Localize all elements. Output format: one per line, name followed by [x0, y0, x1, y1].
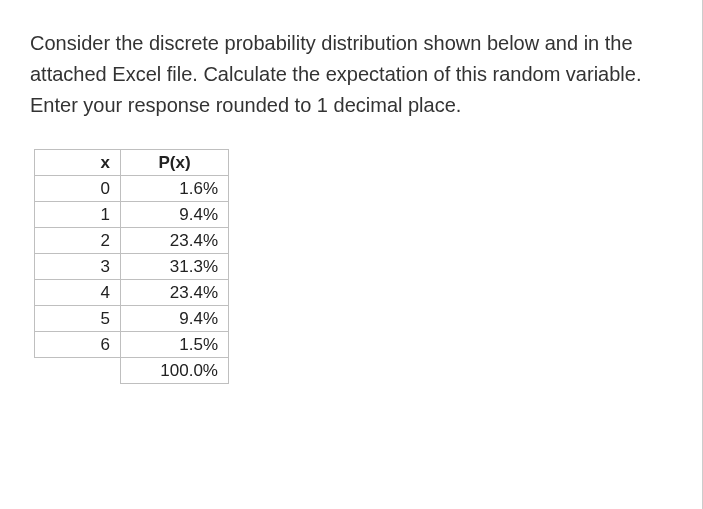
column-header-px: P(x) — [121, 150, 229, 176]
cell-x: 6 — [35, 332, 121, 358]
table-header-row: x P(x) — [35, 150, 229, 176]
column-header-x: x — [35, 150, 121, 176]
cell-px: 23.4% — [121, 280, 229, 306]
cell-x: 2 — [35, 228, 121, 254]
cell-px: 23.4% — [121, 228, 229, 254]
cell-x: 3 — [35, 254, 121, 280]
question-text: Consider the discrete probability distri… — [30, 28, 672, 121]
cell-x: 0 — [35, 176, 121, 202]
question-frame: Consider the discrete probability distri… — [0, 0, 703, 509]
cell-x: 4 — [35, 280, 121, 306]
cell-px: 1.5% — [121, 332, 229, 358]
cell-px: 9.4% — [121, 306, 229, 332]
probability-table: x P(x) 0 1.6% 1 9.4% 2 23.4% 3 31.3% 4 2… — [34, 149, 229, 384]
table-row: 6 1.5% — [35, 332, 229, 358]
cell-total-empty — [35, 358, 121, 384]
table-row: 0 1.6% — [35, 176, 229, 202]
table-row: 5 9.4% — [35, 306, 229, 332]
cell-px: 31.3% — [121, 254, 229, 280]
table-row: 3 31.3% — [35, 254, 229, 280]
table-row: 1 9.4% — [35, 202, 229, 228]
table-row: 4 23.4% — [35, 280, 229, 306]
table-total-row: 100.0% — [35, 358, 229, 384]
cell-px: 9.4% — [121, 202, 229, 228]
table-row: 2 23.4% — [35, 228, 229, 254]
cell-total: 100.0% — [121, 358, 229, 384]
cell-x: 5 — [35, 306, 121, 332]
cell-px: 1.6% — [121, 176, 229, 202]
cell-x: 1 — [35, 202, 121, 228]
